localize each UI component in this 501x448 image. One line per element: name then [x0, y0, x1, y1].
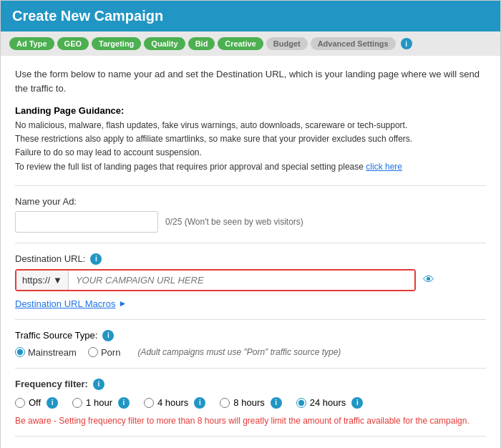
freq-4hours-option[interactable]: 4 hours i: [144, 397, 205, 409]
guidance-section: Landing Page Guidance: No malicious, mal…: [15, 105, 486, 174]
frequency-label: Frequency filter:: [15, 379, 88, 389]
char-count: 0/25 (Won't be seen by web visitors): [165, 217, 303, 227]
freq-1hour-option[interactable]: 1 hour i: [72, 397, 130, 409]
advanced-settings-info-icon[interactable]: i: [401, 38, 412, 49]
freq-1hour-label: 1 hour: [86, 397, 112, 408]
traffic-porn-radio[interactable]: [88, 347, 98, 357]
step-budget[interactable]: Budget: [266, 37, 308, 50]
traffic-source-section: Traffic Source Type: i Mainstream Porn (…: [15, 330, 486, 358]
char-count-value: 0/25: [165, 217, 182, 227]
step-advanced-settings[interactable]: Advanced Settings: [311, 37, 396, 50]
traffic-source-info-icon[interactable]: i: [102, 330, 114, 341]
destination-url-section: Destination URL: i https:// ▼ 👁: [15, 253, 486, 291]
guidance-line2: These restrictions also apply to affilia…: [15, 134, 412, 144]
ad-name-input[interactable]: [15, 211, 158, 233]
freq-24hours-label: 24 hours: [310, 397, 346, 408]
url-label-row: Destination URL: i: [15, 253, 486, 265]
frequency-warning: Be aware - Setting frequency filter to m…: [15, 416, 486, 426]
frequency-title-row: Frequency filter: i: [15, 379, 486, 390]
freq-1hour-info-icon[interactable]: i: [118, 397, 130, 409]
freq-4hours-radio[interactable]: [144, 398, 154, 408]
divider-5: [15, 436, 486, 437]
freq-1hour-radio[interactable]: [72, 398, 82, 408]
traffic-porn-label: Porn: [101, 347, 120, 358]
page-title: Create New Campaign: [12, 8, 163, 24]
freq-off-info-icon[interactable]: i: [47, 397, 58, 409]
url-input[interactable]: [69, 271, 414, 290]
main-content: Use the form below to name your ad and s…: [1, 56, 500, 448]
freq-8hours-info-icon[interactable]: i: [271, 397, 282, 409]
guidance-line3: Failure to do so may lead to account sus…: [15, 147, 202, 157]
step-creative[interactable]: Creative: [218, 37, 263, 50]
freq-24hours-radio[interactable]: [296, 398, 306, 408]
freq-off-option[interactable]: Off i: [15, 397, 58, 409]
ad-name-section: Name your Ad: 0/25 (Won't be seen by web…: [15, 196, 486, 233]
traffic-source-options: Mainstream Porn (Adult campaigns must us…: [15, 347, 486, 358]
guidance-line1: No malicious, malware, flash updates, fa…: [15, 120, 407, 130]
traffic-mainstream-radio[interactable]: [15, 347, 25, 357]
freq-4hours-label: 4 hours: [157, 397, 188, 408]
freq-8hours-option[interactable]: 8 hours i: [220, 397, 281, 409]
guidance-line4-prefix: To review the full list of landing pages…: [15, 162, 366, 172]
macros-row: Destination URL Macros ►: [15, 298, 486, 309]
steps-bar: Ad Type GEO Targeting Quality Bid Creati…: [1, 31, 500, 56]
url-info-icon[interactable]: i: [90, 253, 102, 265]
frequency-options: Off i 1 hour i 4 hours i 8 hours i: [15, 397, 486, 409]
guidance-title: Landing Page Guidance:: [15, 105, 486, 116]
macros-link[interactable]: Destination URL Macros: [15, 298, 115, 309]
ad-name-row: 0/25 (Won't be seen by web visitors): [15, 211, 486, 233]
traffic-mainstream-option[interactable]: Mainstream: [15, 347, 77, 358]
page-header: Create New Campaign: [1, 1, 500, 31]
macros-arrow-icon: ►: [118, 298, 127, 308]
ad-name-label: Name your Ad:: [15, 196, 486, 207]
traffic-mainstream-label: Mainstream: [28, 347, 77, 358]
step-quality[interactable]: Quality: [144, 37, 185, 50]
freq-off-radio[interactable]: [15, 398, 25, 408]
freq-4hours-info-icon[interactable]: i: [194, 397, 205, 409]
divider-2: [15, 243, 486, 243]
traffic-source-label: Traffic Source Type:: [15, 330, 97, 341]
traffic-porn-option[interactable]: Porn: [88, 347, 120, 358]
intro-text: Use the form below to name your ad and s…: [15, 67, 486, 95]
url-eye-icon[interactable]: 👁: [423, 273, 434, 286]
traffic-source-label-row: Traffic Source Type: i: [15, 330, 486, 341]
divider-3: [15, 319, 486, 320]
step-ad-type[interactable]: Ad Type: [9, 37, 54, 50]
freq-8hours-radio[interactable]: [220, 398, 230, 408]
freq-24hours-info-icon[interactable]: i: [351, 397, 363, 409]
guidance-text: No malicious, malware, flash updates, fa…: [15, 119, 486, 174]
step-targeting[interactable]: Targeting: [92, 37, 141, 50]
frequency-info-icon[interactable]: i: [93, 379, 104, 390]
freq-off-label: Off: [29, 397, 41, 408]
guidance-click-here-link[interactable]: click here: [366, 162, 402, 172]
step-geo[interactable]: GEO: [57, 37, 89, 50]
freq-8hours-label: 8 hours: [233, 397, 264, 408]
divider-4: [15, 368, 486, 369]
url-label: Destination URL:: [15, 253, 85, 264]
url-input-row: https:// ▼ 👁: [15, 269, 416, 291]
url-protocol-select[interactable]: https:// ▼: [16, 271, 69, 290]
divider-1: [15, 185, 486, 186]
url-protocol-arrow: ▼: [53, 275, 62, 286]
step-bid[interactable]: Bid: [188, 37, 215, 50]
url-protocol-text: https://: [22, 275, 50, 286]
traffic-source-note: (Adult campaigns must use "Porn" traffic…: [137, 347, 341, 357]
char-count-note: (Won't be seen by web visitors): [185, 217, 303, 227]
frequency-section: Frequency filter: i Off i 1 hour i 4 hou…: [15, 379, 486, 426]
freq-24hours-option[interactable]: 24 hours i: [296, 397, 364, 409]
